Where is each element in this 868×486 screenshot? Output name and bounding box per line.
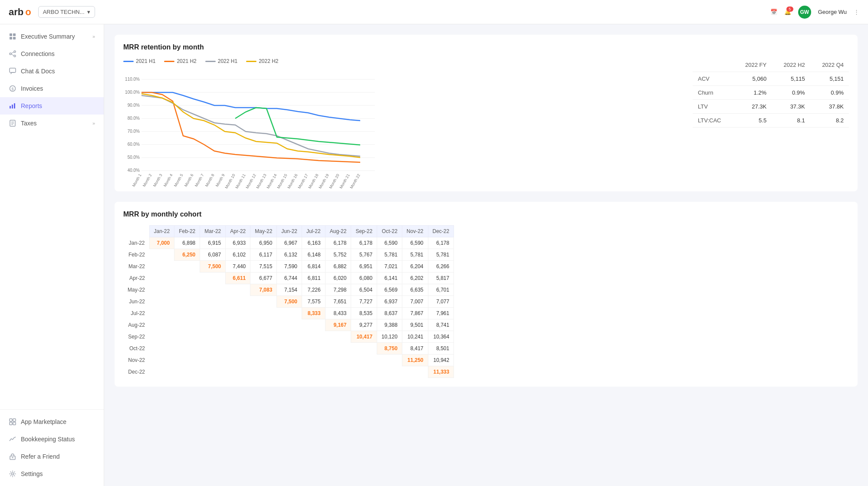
cohort-cell: 6,569 <box>377 284 402 296</box>
company-selector[interactable]: ARBO TECHN... ▾ <box>38 6 95 18</box>
svg-text:110.0%: 110.0% <box>125 77 140 82</box>
sidebar-item-chat-docs[interactable]: Chat & Docs <box>0 62 104 80</box>
cohort-cell: 6,266 <box>428 261 454 273</box>
cohort-cell: 6,882 <box>325 261 351 273</box>
svg-rect-0 <box>10 33 12 36</box>
table-row: Jul-228,3338,4338,5358,6377,8677,961 <box>123 308 454 319</box>
cohort-cell: 6,141 <box>377 273 402 284</box>
cohort-cell <box>277 308 302 319</box>
line-2021h2 <box>141 92 360 162</box>
cohort-cell <box>325 366 351 378</box>
metric-h2: 37.3K <box>772 100 810 114</box>
stats-col-q4: 2022 Q4 <box>810 58 849 72</box>
cohort-cell: 8,333 <box>302 308 326 319</box>
calendar-button[interactable]: 📅 <box>770 9 777 15</box>
cohort-cell <box>377 355 402 366</box>
reports-icon <box>9 102 16 110</box>
cohort-cell: 6,087 <box>200 249 226 261</box>
cohort-cell: 6,202 <box>402 273 428 284</box>
svg-text:$: $ <box>12 87 14 91</box>
svg-text:Month 2: Month 2 <box>142 173 153 187</box>
cohort-col-header: Jul-22 <box>302 226 326 237</box>
svg-text:70.0%: 70.0% <box>128 129 140 134</box>
svg-text:60.0%: 60.0% <box>128 142 140 147</box>
connections-icon <box>9 50 16 58</box>
cohort-cell: 10,417 <box>351 331 377 343</box>
cohort-cell <box>149 308 174 319</box>
cohort-cell: 6,950 <box>250 237 277 249</box>
svg-text:Month 6: Month 6 <box>184 173 194 187</box>
svg-rect-9 <box>10 68 16 72</box>
cohort-cell <box>325 343 351 355</box>
cohort-table: Jan-22Feb-22Mar-22Apr-22May-22Jun-22Jul-… <box>123 225 454 378</box>
cohort-scroll[interactable]: Jan-22Feb-22Mar-22Apr-22May-22Jun-22Jul-… <box>123 225 849 378</box>
avatar[interactable]: GW <box>798 6 811 19</box>
svg-rect-14 <box>14 103 15 108</box>
sidebar-item-taxes[interactable]: Taxes » <box>0 115 104 132</box>
cohort-cell: 7,007 <box>402 296 428 308</box>
cohort-cell <box>302 331 326 343</box>
svg-text:100.0%: 100.0% <box>125 90 140 95</box>
sidebar-label-reports: Reports <box>21 102 42 109</box>
cohort-cell: 8,417 <box>402 343 428 355</box>
chart-legend: 2021 H1 2021 H2 2022 H1 2022 H2 <box>123 58 686 64</box>
cohort-cell <box>174 366 200 378</box>
sidebar-label-executive-summary: Executive Summary <box>21 33 75 40</box>
cohort-cell: 6,204 <box>402 261 428 273</box>
stats-col-metric <box>693 58 733 72</box>
cohort-cell <box>226 343 250 355</box>
cohort-corner <box>123 226 149 237</box>
logo-text: arb <box>9 7 23 18</box>
cohort-cell <box>149 355 174 366</box>
cohort-cell <box>174 284 200 296</box>
metric-fy: 5,060 <box>733 72 772 86</box>
cohort-cell <box>277 355 302 366</box>
cohort-cell: 7,590 <box>277 261 302 273</box>
cohort-cell <box>149 249 174 261</box>
cohort-cell <box>174 343 200 355</box>
sidebar-item-invoices[interactable]: $ Invoices <box>0 80 104 97</box>
user-menu-icon[interactable]: ⋮ <box>854 9 859 15</box>
legend-line-2022h2 <box>246 61 256 62</box>
svg-rect-1 <box>13 33 16 36</box>
cohort-cell <box>200 308 226 319</box>
legend-2022h2: 2022 H2 <box>246 58 278 64</box>
cohort-col-header: Jan-22 <box>149 226 174 237</box>
cohort-cell: 6,744 <box>277 273 302 284</box>
cohort-cell: 10,241 <box>402 331 428 343</box>
cohort-cell: 6,635 <box>402 284 428 296</box>
cohort-cell <box>402 366 428 378</box>
dollar-icon: $ <box>9 85 16 92</box>
cohort-title: MRR by monthly cohort <box>123 210 849 218</box>
cohort-cell: 8,741 <box>428 319 454 331</box>
sidebar-item-connections[interactable]: Connections <box>0 45 104 62</box>
retention-chart: 110.0% 100.0% 90.0% 80.0% 70.0% 60.0% 50… <box>123 69 375 181</box>
cohort-cell <box>302 366 326 378</box>
cohort-col-header: Mar-22 <box>200 226 226 237</box>
legend-2021h1: 2021 H1 <box>123 58 155 64</box>
table-row: May-227,0837,1547,2267,2986,5046,5696,63… <box>123 284 454 296</box>
calendar-icon: 📅 <box>770 9 777 15</box>
svg-line-8 <box>11 54 14 56</box>
cohort-cell: 7,867 <box>402 308 428 319</box>
cohort-cell <box>377 366 402 378</box>
table-row: Jun-227,5007,5757,6517,7276,9377,0077,07… <box>123 296 454 308</box>
cohort-cell: 7,226 <box>302 284 326 296</box>
metric-fy: 5.5 <box>733 114 772 128</box>
sidebar-item-reports[interactable]: Reports <box>0 97 104 115</box>
sidebar-item-executive-summary[interactable]: Executive Summary » <box>0 28 104 45</box>
svg-point-4 <box>10 53 11 55</box>
cohort-row-label: Mar-22 <box>123 261 149 273</box>
table-row: Sep-2210,41710,12010,24110,364 <box>123 331 454 343</box>
cohort-row-label: Aug-22 <box>123 319 149 331</box>
notifications-button[interactable]: 🔔 5 <box>784 9 791 15</box>
cohort-row-label: Dec-22 <box>123 366 149 378</box>
cohort-cell <box>200 296 226 308</box>
svg-point-6 <box>14 55 16 57</box>
cohort-cell: 6,915 <box>200 237 226 249</box>
table-row: Churn 1.2% 0.9% 0.9% <box>693 86 849 100</box>
cohort-cell: 6,937 <box>377 296 402 308</box>
cohort-cell <box>149 331 174 343</box>
cohort-cell <box>277 319 302 331</box>
sidebar-label-taxes: Taxes <box>21 120 37 127</box>
